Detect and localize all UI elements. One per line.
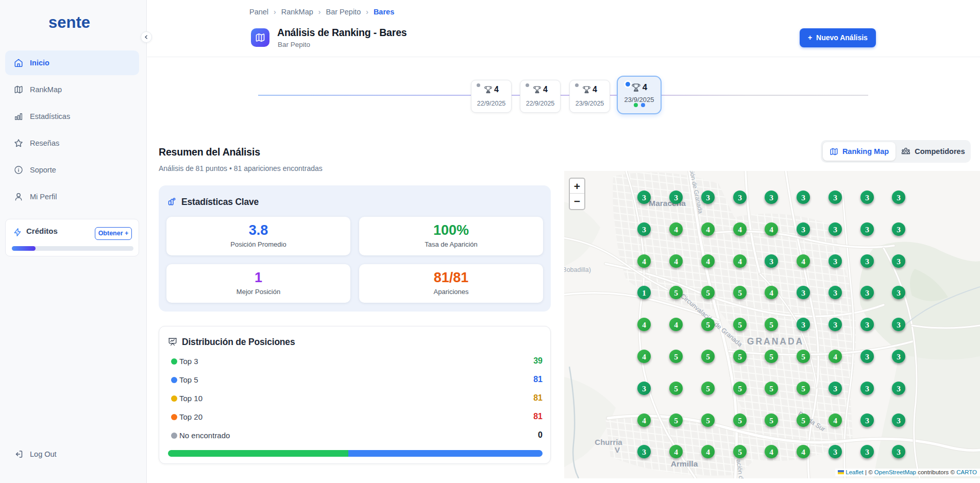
svg-text:4: 4	[674, 320, 678, 329]
svg-text:5: 5	[769, 320, 773, 329]
svg-text:3: 3	[897, 193, 901, 202]
svg-text:3: 3	[897, 320, 901, 329]
svg-text:4: 4	[769, 447, 773, 456]
svg-text:3: 3	[801, 193, 805, 202]
svg-text:3: 3	[865, 384, 869, 393]
svg-text:5: 5	[769, 352, 773, 361]
svg-text:3: 3	[833, 447, 837, 456]
svg-text:5: 5	[801, 416, 805, 425]
svg-text:3: 3	[801, 288, 805, 297]
svg-text:3: 3	[897, 257, 901, 266]
svg-text:3: 3	[769, 193, 773, 202]
svg-text:3: 3	[865, 288, 869, 297]
svg-text:3: 3	[769, 257, 773, 266]
svg-text:3: 3	[865, 225, 869, 234]
svg-text:4: 4	[642, 416, 646, 425]
svg-text:5: 5	[738, 352, 742, 361]
svg-text:4: 4	[642, 257, 646, 266]
svg-text:3: 3	[833, 288, 837, 297]
svg-text:5: 5	[801, 352, 805, 361]
svg-text:3: 3	[642, 193, 646, 202]
svg-text:4: 4	[642, 352, 646, 361]
svg-text:3: 3	[833, 193, 837, 202]
svg-text:3: 3	[706, 193, 710, 202]
svg-text:5: 5	[738, 384, 742, 393]
svg-text:3: 3	[897, 416, 901, 425]
svg-text:4: 4	[833, 352, 837, 361]
svg-text:3: 3	[897, 384, 901, 393]
svg-text:5: 5	[738, 447, 742, 456]
svg-text:5: 5	[706, 384, 710, 393]
svg-text:3: 3	[642, 384, 646, 393]
svg-text:5: 5	[738, 416, 742, 425]
svg-text:3: 3	[865, 416, 869, 425]
svg-text:5: 5	[674, 384, 678, 393]
svg-text:4: 4	[801, 447, 805, 456]
svg-text:3: 3	[738, 193, 742, 202]
svg-text:3: 3	[897, 352, 901, 361]
svg-text:4: 4	[674, 225, 678, 234]
svg-text:4: 4	[738, 257, 742, 266]
svg-text:3: 3	[865, 193, 869, 202]
svg-text:4: 4	[801, 257, 805, 266]
svg-text:5: 5	[706, 320, 710, 329]
svg-text:5: 5	[674, 288, 678, 297]
svg-text:3: 3	[865, 320, 869, 329]
svg-text:GRANADA: GRANADA	[747, 336, 804, 347]
svg-text:5: 5	[674, 352, 678, 361]
svg-text:5: 5	[801, 384, 805, 393]
svg-text:3: 3	[833, 225, 837, 234]
svg-text:3: 3	[833, 257, 837, 266]
svg-text:Armilla: Armilla	[671, 459, 698, 468]
svg-text:4: 4	[833, 416, 837, 425]
svg-text:3: 3	[642, 225, 646, 234]
svg-text:3: 3	[642, 447, 646, 456]
svg-text:4: 4	[674, 257, 678, 266]
svg-text:4: 4	[706, 447, 710, 456]
svg-text:5: 5	[738, 320, 742, 329]
svg-text:3: 3	[897, 225, 901, 234]
svg-text:4: 4	[706, 225, 710, 234]
svg-text:4: 4	[769, 225, 773, 234]
svg-text:V: V	[615, 445, 620, 454]
svg-text:5: 5	[769, 384, 773, 393]
svg-text:4: 4	[706, 257, 710, 266]
svg-text:5: 5	[706, 288, 710, 297]
svg-text:3: 3	[833, 320, 837, 329]
svg-text:4: 4	[642, 320, 646, 329]
svg-text:3: 3	[865, 447, 869, 456]
svg-text:3: 3	[897, 447, 901, 456]
svg-text:3: 3	[865, 257, 869, 266]
svg-text:5: 5	[706, 352, 710, 361]
svg-text:3: 3	[801, 225, 805, 234]
svg-text:3: 3	[897, 288, 901, 297]
svg-text:4: 4	[769, 288, 773, 297]
svg-text:3: 3	[674, 193, 678, 202]
svg-text:3: 3	[865, 352, 869, 361]
svg-text:5: 5	[738, 288, 742, 297]
svg-text:3: 3	[801, 320, 805, 329]
svg-text:(Bobadilla): (Bobadilla)	[564, 266, 591, 273]
svg-text:5: 5	[769, 416, 773, 425]
svg-text:5: 5	[674, 416, 678, 425]
svg-text:4: 4	[738, 225, 742, 234]
svg-text:4: 4	[674, 447, 678, 456]
svg-text:3: 3	[833, 384, 837, 393]
svg-text:1: 1	[642, 288, 646, 297]
svg-text:5: 5	[706, 416, 710, 425]
